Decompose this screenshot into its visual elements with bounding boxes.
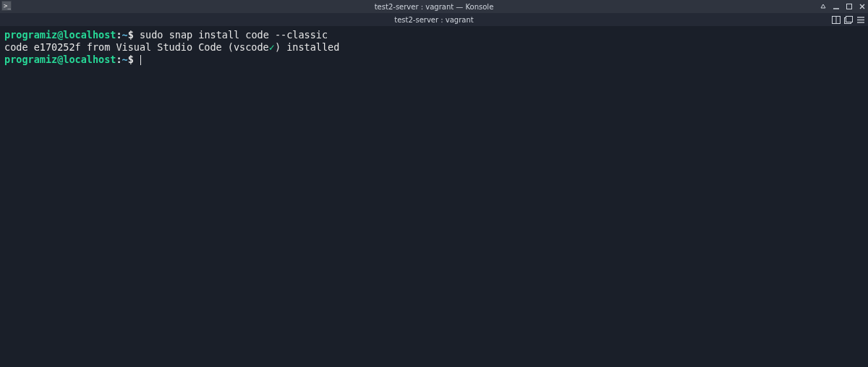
- new-tab-icon[interactable]: [844, 16, 853, 24]
- app-icon: >_: [1, 1, 12, 11]
- prompt-path: ~: [122, 54, 128, 65]
- prompt-user-host: programiz@localhost: [4, 29, 116, 41]
- command-text: [134, 54, 140, 65]
- prompt-colon: :: [116, 29, 122, 41]
- svg-text:>_: >_: [4, 2, 11, 9]
- window-title: test2-server : vagrant — Konsole: [375, 3, 494, 11]
- prompt-dollar: $: [128, 54, 134, 65]
- keep-above-icon[interactable]: [819, 2, 827, 11]
- prompt-colon: :: [116, 54, 122, 65]
- prompt-path: ~: [122, 29, 128, 41]
- prompt-user-host: programiz@localhost: [4, 54, 116, 65]
- terminal-area[interactable]: programiz@localhost:~$ sudo snap install…: [0, 26, 868, 367]
- checkmark-icon: ✓: [269, 41, 275, 53]
- menu-icon[interactable]: [856, 16, 865, 24]
- terminal-line: programiz@localhost:~$ sudo snap install…: [4, 29, 864, 41]
- terminal-line: programiz@localhost:~$: [4, 54, 864, 66]
- window-titlebar: >_ test2-server : vagrant — Konsole: [0, 0, 868, 13]
- prompt-dollar: $: [128, 29, 134, 41]
- text-cursor: [140, 55, 141, 65]
- close-button[interactable]: [858, 2, 867, 11]
- minimize-button[interactable]: [832, 2, 841, 11]
- split-view-icon[interactable]: [832, 16, 841, 24]
- maximize-button[interactable]: [845, 2, 854, 11]
- window-controls: [819, 0, 867, 13]
- terminal-line: code e170252f from Visual Studio Code (v…: [4, 41, 864, 54]
- command-text: sudo snap install code --classic: [134, 29, 328, 41]
- tab-actions: [832, 13, 865, 26]
- svg-rect-9: [846, 16, 853, 22]
- tab-active[interactable]: test2-server : vagrant: [394, 16, 473, 24]
- output-text: ) installed: [275, 41, 339, 53]
- tab-bar: test2-server : vagrant: [0, 13, 868, 26]
- svg-rect-3: [847, 4, 852, 9]
- output-text: code e170252f from Visual Studio Code (v…: [4, 41, 269, 53]
